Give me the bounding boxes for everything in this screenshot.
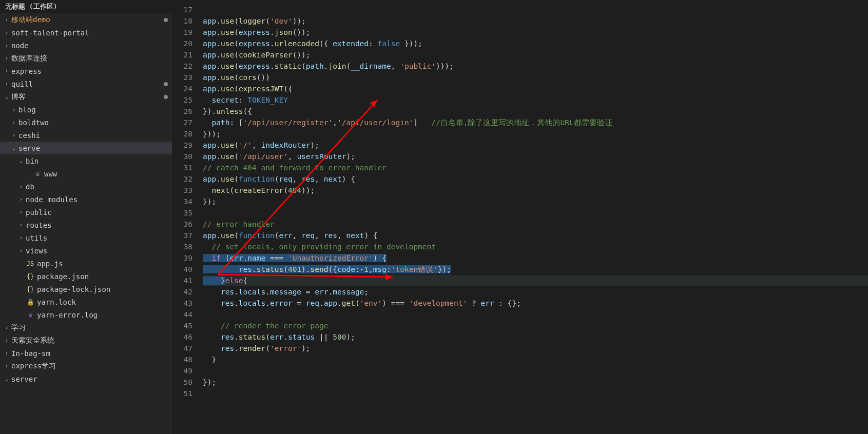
tree-item-blog[interactable]: ›blog xyxy=(0,103,172,116)
line-number: 40 xyxy=(172,264,192,275)
workspace-title: 无标题 (工作区) xyxy=(0,0,172,13)
code-line[interactable]: app.use(expressJWT({ xyxy=(203,83,868,94)
code-line[interactable]: }else{ xyxy=(203,275,868,286)
tree-item-package-lock-json[interactable]: {}package-lock.json xyxy=(0,283,172,295)
tree-item-------[interactable]: ›天索安全系统 xyxy=(0,334,172,347)
tree-label: 博客 xyxy=(11,92,164,102)
code-line[interactable] xyxy=(203,4,868,15)
chevron-right-icon: › xyxy=(4,43,9,48)
tree-item-express--[interactable]: ›express学习 xyxy=(0,360,172,372)
tree-label: In-bag-sm xyxy=(11,349,168,358)
tree-item-package-json[interactable]: {}package.json xyxy=(0,270,172,283)
code-line[interactable]: app.use(express.json()); xyxy=(203,27,868,38)
code-line[interactable] xyxy=(203,207,868,219)
file-icon: {} xyxy=(26,286,35,293)
tree-item-serve[interactable]: ⌄serve xyxy=(0,142,172,154)
code-line[interactable]: // catch 404 and forward to error handle… xyxy=(203,162,868,173)
line-number: 22 xyxy=(172,61,192,72)
code-line[interactable]: next(createError(404)); xyxy=(203,185,868,196)
code-content[interactable]: app.use(logger('dev'));app.use(express.j… xyxy=(203,0,868,434)
tree-label: node_modules xyxy=(26,195,168,204)
chevron-right-icon: › xyxy=(11,132,16,138)
file-icon: {} xyxy=(26,273,35,280)
tree-item-ceshi[interactable]: ›ceshi xyxy=(0,129,172,142)
code-line[interactable]: res.render('error'); xyxy=(203,343,868,354)
code-line[interactable]: path: ['/api/user/register','/api/user/l… xyxy=(203,117,868,128)
code-line[interactable]: }); xyxy=(203,377,868,388)
tree-item-routes[interactable]: ›routes xyxy=(0,219,172,231)
chevron-right-icon: › xyxy=(4,325,9,330)
code-line[interactable]: app.use(express.static(path.join(__dirna… xyxy=(203,61,868,72)
line-number: 26 xyxy=(172,106,192,117)
code-line[interactable]: app.use(logger('dev')); xyxy=(203,15,868,27)
line-number: 49 xyxy=(172,365,192,377)
tree-item-express[interactable]: ›express xyxy=(0,65,172,77)
tree-label: 数据库连接 xyxy=(11,54,168,63)
tree-item---[interactable]: ⌄博客 xyxy=(0,90,172,103)
code-line[interactable] xyxy=(203,365,868,377)
tree-item-boldtwo[interactable]: ›boldtwo xyxy=(0,116,172,129)
code-line[interactable]: }).unless({ xyxy=(203,106,868,117)
line-number: 24 xyxy=(172,83,192,94)
tree-item-views[interactable]: ›views xyxy=(0,244,172,257)
tree-item-server[interactable]: ⌄server xyxy=(0,372,172,385)
line-number: 36 xyxy=(172,219,192,230)
tree-item-yarn-lock[interactable]: 🔒yarn.lock xyxy=(0,295,172,308)
code-line[interactable]: app.use('/api/user', usersRouter); xyxy=(203,151,868,162)
tree-label: routes xyxy=(26,221,168,229)
tree-label: yarn.lock xyxy=(37,298,168,306)
code-line[interactable]: app.use(cookieParser()); xyxy=(203,49,868,61)
tree-item-yarn-error-log[interactable]: ≡yarn-error.log xyxy=(0,308,172,321)
tree-item-In-bag-sm[interactable]: ›In-bag-sm xyxy=(0,347,172,360)
code-line[interactable]: }); xyxy=(203,196,868,207)
chevron-right-icon: › xyxy=(4,363,9,369)
line-number: 46 xyxy=(172,331,192,343)
code-line[interactable] xyxy=(203,309,868,320)
tree-item-node[interactable]: ›node xyxy=(0,39,172,52)
line-number: 33 xyxy=(172,185,192,196)
line-number: 29 xyxy=(172,140,192,151)
tree-item-utils[interactable]: ›utils xyxy=(0,231,172,244)
tree-item-node-modules[interactable]: ›node_modules xyxy=(0,193,172,206)
tree-item-www[interactable]: ≡www xyxy=(0,167,172,180)
line-number: 23 xyxy=(172,72,192,83)
file-explorer[interactable]: 无标题 (工作区) ›移动端demo›soft-talent-portal›no… xyxy=(0,0,172,434)
code-line[interactable]: // error handler xyxy=(203,219,868,230)
line-number: 28 xyxy=(172,128,192,140)
code-line[interactable]: res.locals.message = err.message; xyxy=(203,286,868,298)
tree-item------[interactable]: ›数据库连接 xyxy=(0,52,172,65)
chevron-right-icon: › xyxy=(18,209,24,215)
tree-label: server xyxy=(11,375,168,383)
line-number: 32 xyxy=(172,173,192,185)
chevron-right-icon: › xyxy=(18,196,24,202)
tree-item---[interactable]: ›学习 xyxy=(0,321,172,334)
line-number: 17 xyxy=(172,4,192,15)
code-line[interactable]: app.use(express.urlencoded({ extended: f… xyxy=(203,38,868,49)
tree-item-soft-talent-portal[interactable]: ›soft-talent-portal xyxy=(0,26,172,39)
code-line[interactable]: // set locals, only providing error in d… xyxy=(203,241,868,252)
tree-item-quill[interactable]: ›quill xyxy=(0,77,172,90)
code-line[interactable]: // render the error page xyxy=(203,320,868,331)
code-line[interactable]: res.status(err.status || 500); xyxy=(203,331,868,343)
code-line[interactable]: if (err.name === 'UnauthorizedError') { xyxy=(203,252,868,264)
tree-item-bin[interactable]: ⌄bin xyxy=(0,154,172,167)
editor-pane[interactable]: 1718192021222324252627282930313233343536… xyxy=(172,0,868,434)
line-number: 51 xyxy=(172,388,192,399)
chevron-right-icon: › xyxy=(18,235,24,241)
chevron-right-icon: › xyxy=(4,68,9,74)
code-line[interactable]: app.use('/', indexRouter); xyxy=(203,140,868,151)
code-line[interactable]: res.locals.error = req.app.get('env') ==… xyxy=(203,298,868,309)
code-line[interactable]: app.use(function(err, req, res, next) { xyxy=(203,230,868,241)
code-line[interactable]: } xyxy=(203,354,868,365)
tree-item----demo[interactable]: ›移动端demo xyxy=(0,13,172,26)
line-number: 21 xyxy=(172,49,192,61)
tree-item-public[interactable]: ›public xyxy=(0,206,172,219)
code-line[interactable]: })); xyxy=(203,128,868,140)
tree-item-app-js[interactable]: JSapp.js xyxy=(0,257,172,270)
tree-item-db[interactable]: ›db xyxy=(0,180,172,193)
code-line[interactable]: app.use(function(req, res, next) { xyxy=(203,173,868,185)
code-line[interactable] xyxy=(203,388,868,399)
code-line[interactable]: app.use(cors()) xyxy=(203,72,868,83)
code-line[interactable]: res.status(401).send({code:-1,msg:'token… xyxy=(203,264,868,275)
code-line[interactable]: secret: TOKEN_KEY xyxy=(203,94,868,106)
